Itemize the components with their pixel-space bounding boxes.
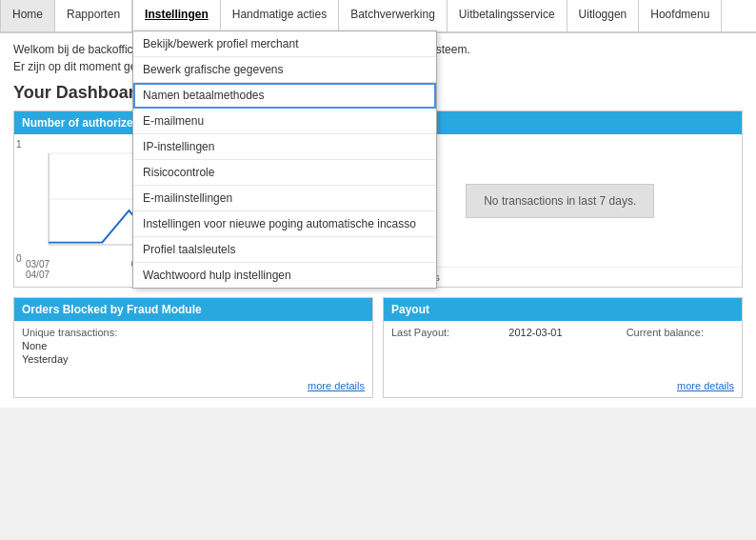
dropdown-menu: Bekijk/bewerk profiel merchant Bewerk gr… <box>132 30 437 289</box>
dropdown-item-2[interactable]: Namen betaalmethodes <box>133 83 436 109</box>
payout-grid: Last Payout: 2012-03-01 Current balance: <box>391 327 734 340</box>
payout-more-details-link[interactable]: more details <box>677 380 734 391</box>
fraud-period: Yesterday <box>22 353 365 365</box>
nav-bar: Home Rapporten Instellingen Bekijk/bewer… <box>0 0 756 33</box>
last-payout-date: 2012-03-01 <box>508 327 616 338</box>
fraud-panel-header: Orders Blocked by Fraud Module <box>14 298 372 321</box>
payout-panel-header: Payout <box>384 298 742 321</box>
dropdown-item-5[interactable]: Risicocontrole <box>133 160 436 186</box>
payout-panel-body: Last Payout: 2012-03-01 Current balance:… <box>384 321 742 397</box>
dropdown-item-1[interactable]: Bewerk grafische gegevens <box>133 57 436 83</box>
payout-balance-col: Current balance: <box>627 327 734 340</box>
payout-panel: Payout Last Payout: 2012-03-01 Current b… <box>383 297 743 398</box>
no-transactions-message: No transactions in last 7 days. <box>466 184 654 218</box>
dropdown-item-6[interactable]: E-mailinstellingen <box>133 186 436 211</box>
nav-hoofdmenu[interactable]: Hoofdmenu <box>639 0 722 31</box>
unique-transactions-label: Unique transactions: <box>22 327 365 338</box>
nav-rapporten[interactable]: Rapporten <box>55 0 132 31</box>
dropdown-item-9[interactable]: Wachtwoord hulp instellingen <box>133 263 436 288</box>
payout-date-col: 2012-03-01 <box>508 327 616 340</box>
nav-home[interactable]: Home <box>0 0 55 31</box>
nav-instellingen[interactable]: Instellingen <box>132 0 221 31</box>
nav-batchverwerking[interactable]: Batchverwerking <box>339 0 448 31</box>
dropdown-item-3[interactable]: E-mailmenu <box>133 109 436 134</box>
current-balance-label: Current balance: <box>627 327 734 338</box>
fraud-panel-body: Unique transactions: None Yesterday more… <box>14 321 372 397</box>
dropdown-item-0[interactable]: Bekijk/bewerk profiel merchant <box>133 31 436 57</box>
y-axis-top-label: 1 <box>16 139 22 150</box>
nav-uitbetalingsservice[interactable]: Uitbetalingsservice <box>448 0 567 31</box>
fraud-more-details-link[interactable]: more details <box>308 380 365 391</box>
x-label-0: 03/07 <box>26 259 50 270</box>
payout-left-col: Last Payout: <box>391 327 499 340</box>
last-payout-label: Last Payout: <box>391 327 499 338</box>
nav-uitloggen[interactable]: Uitloggen <box>567 0 640 31</box>
dropdown-item-4[interactable]: IP-instellingen <box>133 134 436 160</box>
x-label-row2-0: 04/07 <box>26 270 50 280</box>
bottom-row: Orders Blocked by Fraud Module Unique tr… <box>13 297 743 398</box>
dropdown-item-7[interactable]: Instellingen voor nieuwe poging automati… <box>133 211 436 237</box>
dropdown-item-8[interactable]: Profiel taalsleutels <box>133 237 436 263</box>
unique-transactions-value: None <box>22 340 365 351</box>
nav-handmatige-acties[interactable]: Handmatige acties <box>221 0 339 31</box>
y-axis-bottom-label: 0 <box>16 253 22 264</box>
instellingen-dropdown: Bekijk/bewerk profiel merchant Bewerk gr… <box>132 30 437 289</box>
fraud-panel: Orders Blocked by Fraud Module Unique tr… <box>13 297 373 398</box>
